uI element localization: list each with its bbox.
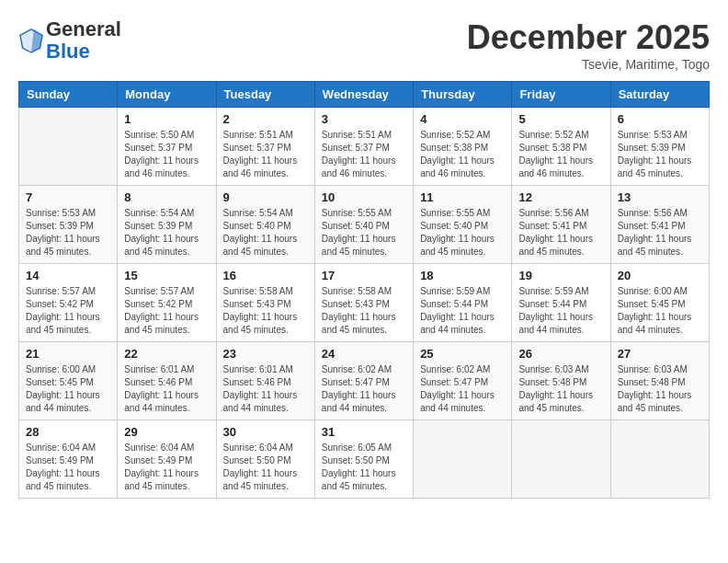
calendar-week-4: 21Sunrise: 6:00 AMSunset: 5:45 PMDayligh… [19, 342, 710, 420]
weekday-saturday: Saturday [610, 82, 709, 108]
day-info: Sunrise: 6:01 AMSunset: 5:46 PMDaylight:… [223, 363, 308, 415]
logo-icon [18, 28, 44, 53]
day-number: 26 [518, 347, 603, 361]
calendar-cell: 23Sunrise: 6:01 AMSunset: 5:46 PMDayligh… [216, 342, 314, 420]
calendar-cell: 24Sunrise: 6:02 AMSunset: 5:47 PMDayligh… [314, 342, 413, 420]
calendar-cell [19, 108, 118, 186]
day-number: 14 [26, 269, 110, 282]
day-number: 22 [124, 347, 209, 361]
day-number: 31 [322, 425, 406, 439]
day-number: 30 [223, 425, 308, 439]
calendar-cell: 19Sunrise: 5:59 AMSunset: 5:44 PMDayligh… [512, 264, 610, 342]
day-info: Sunrise: 5:54 AMSunset: 5:39 PMDaylight:… [124, 207, 209, 259]
day-number: 11 [420, 190, 505, 204]
calendar-week-2: 7Sunrise: 5:53 AMSunset: 5:39 PMDaylight… [19, 186, 710, 264]
day-number: 28 [26, 425, 110, 439]
calendar-cell: 18Sunrise: 5:59 AMSunset: 5:44 PMDayligh… [414, 264, 512, 342]
day-number: 24 [322, 347, 406, 361]
calendar-week-5: 28Sunrise: 6:04 AMSunset: 5:49 PMDayligh… [19, 420, 710, 499]
day-info: Sunrise: 6:03 AMSunset: 5:48 PMDaylight:… [618, 363, 702, 415]
day-number: 16 [223, 269, 308, 282]
calendar-cell: 17Sunrise: 5:58 AMSunset: 5:43 PMDayligh… [314, 264, 413, 342]
day-info: Sunrise: 5:57 AMSunset: 5:42 PMDaylight:… [124, 285, 209, 337]
page-header: General Blue December 2025 Tsevie, Marit… [18, 18, 710, 72]
day-info: Sunrise: 6:02 AMSunset: 5:47 PMDaylight:… [322, 363, 406, 415]
weekday-wednesday: Wednesday [314, 82, 413, 108]
calendar-cell: 12Sunrise: 5:56 AMSunset: 5:41 PMDayligh… [512, 186, 610, 264]
day-number: 8 [124, 190, 209, 204]
day-info: Sunrise: 6:00 AMSunset: 5:45 PMDaylight:… [26, 363, 110, 415]
day-info: Sunrise: 5:51 AMSunset: 5:37 PMDaylight:… [223, 129, 308, 180]
calendar-cell: 15Sunrise: 5:57 AMSunset: 5:42 PMDayligh… [118, 264, 216, 342]
calendar-cell: 25Sunrise: 6:02 AMSunset: 5:47 PMDayligh… [414, 342, 512, 420]
calendar-cell: 27Sunrise: 6:03 AMSunset: 5:48 PMDayligh… [610, 342, 709, 420]
day-number: 15 [124, 269, 209, 282]
day-number: 13 [618, 190, 702, 204]
day-number: 2 [223, 112, 308, 126]
calendar-cell [610, 420, 709, 499]
day-number: 18 [420, 269, 505, 282]
day-number: 4 [420, 112, 505, 126]
location: Tsevie, Maritime, Togo [467, 57, 710, 72]
weekday-thursday: Thursday [414, 82, 512, 108]
calendar-cell: 26Sunrise: 6:03 AMSunset: 5:48 PMDayligh… [512, 342, 610, 420]
logo-text: General Blue [46, 18, 121, 63]
day-number: 6 [618, 112, 702, 126]
day-number: 23 [223, 347, 308, 361]
calendar-week-1: 1Sunrise: 5:50 AMSunset: 5:37 PMDaylight… [19, 108, 710, 186]
day-number: 21 [26, 347, 110, 361]
calendar-cell: 11Sunrise: 5:55 AMSunset: 5:40 PMDayligh… [414, 186, 512, 264]
weekday-monday: Monday [118, 82, 216, 108]
day-number: 1 [124, 112, 209, 126]
calendar-cell: 16Sunrise: 5:58 AMSunset: 5:43 PMDayligh… [216, 264, 314, 342]
calendar-cell: 29Sunrise: 6:04 AMSunset: 5:49 PMDayligh… [118, 420, 216, 499]
calendar-cell: 8Sunrise: 5:54 AMSunset: 5:39 PMDaylight… [118, 186, 216, 264]
logo-blue: Blue [46, 40, 90, 63]
calendar-cell: 21Sunrise: 6:00 AMSunset: 5:45 PMDayligh… [19, 342, 118, 420]
day-number: 25 [420, 347, 505, 361]
day-info: Sunrise: 5:52 AMSunset: 5:38 PMDaylight:… [420, 129, 505, 180]
weekday-tuesday: Tuesday [216, 82, 314, 108]
logo: General Blue [18, 18, 121, 63]
day-info: Sunrise: 5:53 AMSunset: 5:39 PMDaylight:… [26, 207, 110, 259]
calendar-cell: 20Sunrise: 6:00 AMSunset: 5:45 PMDayligh… [610, 264, 709, 342]
calendar-table: SundayMondayTuesdayWednesdayThursdayFrid… [18, 81, 710, 499]
calendar-cell: 1Sunrise: 5:50 AMSunset: 5:37 PMDaylight… [118, 108, 216, 186]
day-info: Sunrise: 6:01 AMSunset: 5:46 PMDaylight:… [124, 363, 209, 415]
calendar-cell: 22Sunrise: 6:01 AMSunset: 5:46 PMDayligh… [118, 342, 216, 420]
month-title: December 2025 [467, 18, 710, 57]
day-info: Sunrise: 6:05 AMSunset: 5:50 PMDaylight:… [322, 442, 406, 493]
calendar-week-3: 14Sunrise: 5:57 AMSunset: 5:42 PMDayligh… [19, 264, 710, 342]
calendar-cell [512, 420, 610, 499]
day-info: Sunrise: 5:52 AMSunset: 5:38 PMDaylight:… [518, 129, 603, 180]
day-info: Sunrise: 6:04 AMSunset: 5:49 PMDaylight:… [124, 442, 209, 493]
day-info: Sunrise: 5:58 AMSunset: 5:43 PMDaylight:… [223, 285, 308, 337]
day-info: Sunrise: 5:56 AMSunset: 5:41 PMDaylight:… [518, 207, 603, 259]
day-info: Sunrise: 5:50 AMSunset: 5:37 PMDaylight:… [124, 129, 209, 180]
weekday-sunday: Sunday [19, 82, 118, 108]
day-number: 10 [322, 190, 406, 204]
calendar-cell: 31Sunrise: 6:05 AMSunset: 5:50 PMDayligh… [314, 420, 413, 499]
day-info: Sunrise: 6:02 AMSunset: 5:47 PMDaylight:… [420, 363, 505, 415]
day-number: 20 [618, 269, 702, 282]
weekday-friday: Friday [512, 82, 610, 108]
day-info: Sunrise: 6:03 AMSunset: 5:48 PMDaylight:… [518, 363, 603, 415]
calendar-cell: 28Sunrise: 6:04 AMSunset: 5:49 PMDayligh… [19, 420, 118, 499]
day-info: Sunrise: 5:53 AMSunset: 5:39 PMDaylight:… [618, 129, 702, 180]
calendar-cell: 14Sunrise: 5:57 AMSunset: 5:42 PMDayligh… [19, 264, 118, 342]
calendar-cell: 10Sunrise: 5:55 AMSunset: 5:40 PMDayligh… [314, 186, 413, 264]
day-info: Sunrise: 5:51 AMSunset: 5:37 PMDaylight:… [322, 129, 406, 180]
day-info: Sunrise: 5:58 AMSunset: 5:43 PMDaylight:… [322, 285, 406, 337]
calendar-cell: 3Sunrise: 5:51 AMSunset: 5:37 PMDaylight… [314, 108, 413, 186]
day-number: 27 [618, 347, 702, 361]
day-info: Sunrise: 5:59 AMSunset: 5:44 PMDaylight:… [420, 285, 505, 337]
calendar-cell: 6Sunrise: 5:53 AMSunset: 5:39 PMDaylight… [610, 108, 709, 186]
day-number: 17 [322, 269, 406, 282]
weekday-header-row: SundayMondayTuesdayWednesdayThursdayFrid… [19, 82, 710, 108]
calendar-cell [414, 420, 512, 499]
day-info: Sunrise: 5:55 AMSunset: 5:40 PMDaylight:… [322, 207, 406, 259]
day-info: Sunrise: 6:04 AMSunset: 5:50 PMDaylight:… [223, 442, 308, 493]
calendar-cell: 5Sunrise: 5:52 AMSunset: 5:38 PMDaylight… [512, 108, 610, 186]
day-info: Sunrise: 6:04 AMSunset: 5:49 PMDaylight:… [26, 442, 110, 493]
day-info: Sunrise: 5:55 AMSunset: 5:40 PMDaylight:… [420, 207, 505, 259]
